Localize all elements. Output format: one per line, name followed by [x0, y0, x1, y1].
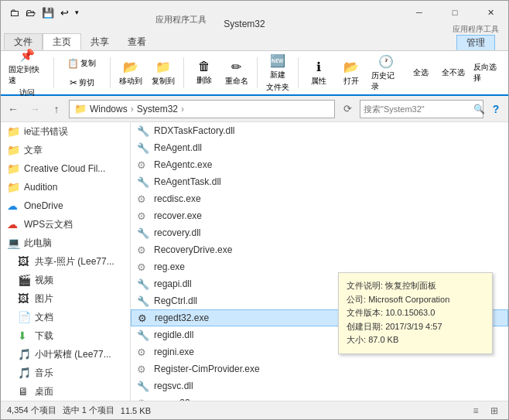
filename-13: regini.exe [154, 347, 194, 357]
tooltip-label-0: 文件说明: [347, 281, 383, 290]
dll-icon-1: 🔧 [137, 142, 149, 154]
crumb-sep-2: › [181, 104, 184, 114]
new-folder-icon-tb[interactable]: 🗁 [23, 5, 38, 20]
help-button[interactable]: ? [487, 100, 505, 118]
ribbon-sep-2 [110, 57, 111, 88]
tab-share[interactable]: 共享 [81, 33, 118, 50]
file-recdisc[interactable]: ⚙ recdisc.exe [131, 190, 508, 207]
sidebar: 📁 ie证书错误 📁 文章 📁 Creative Cloud Fil... 📁 … [1, 122, 131, 401]
file-regsvc[interactable]: 🔧 regsvc.dll [131, 377, 508, 394]
up-button[interactable]: ↑ [47, 100, 66, 118]
tab-manage[interactable]: 管理 [456, 35, 495, 50]
ribbon-invert-btn[interactable]: 反向选择 [470, 54, 504, 91]
filename-3: ReAgentTask.dll [154, 176, 221, 187]
sidebar-item-cc[interactable]: 📁 Creative Cloud Fil... [1, 159, 130, 178]
sidebar-item-pictures[interactable]: 🖼 图片 [1, 289, 130, 308]
crumb-windows[interactable]: Windows [90, 104, 128, 114]
ribbon-select-none-btn[interactable]: 全不选 [438, 54, 469, 91]
app-tools-header: 应用程序工具 [446, 24, 505, 35]
file-recovery[interactable]: 🔧 recovery.dll [131, 224, 508, 241]
ribbon-copy-to-btn[interactable]: 📁 复制到 [148, 54, 179, 91]
file-ReAgentTask[interactable]: 🔧 ReAgentTask.dll [131, 173, 508, 190]
folder-icon-audition: 📁 [7, 181, 21, 193]
dll-icon-6: 🔧 [137, 227, 149, 239]
file-RecoveryDrive[interactable]: ⚙ RecoveryDrive.exe [131, 241, 508, 258]
search-input[interactable] [364, 104, 470, 114]
sidebar-item-music[interactable]: 🎵 音乐 [1, 364, 130, 382]
refresh-button[interactable]: ⟳ [338, 100, 357, 118]
size-info: 11.5 KB [121, 406, 151, 415]
copy-btn[interactable]: 📋 复制 [59, 54, 105, 73]
sidebar-label-ie: ie证书错误 [24, 125, 68, 138]
back-button[interactable]: ← [4, 100, 22, 118]
save-icon-tb[interactable]: 💾 [39, 5, 56, 20]
file-recover[interactable]: ⚙ recover.exe [131, 207, 508, 224]
undo-icon-tb[interactable]: ↩ [58, 5, 71, 20]
sidebar-item-ie[interactable]: 📁 ie证书错误 [1, 122, 130, 141]
window-title: System32 [87, 19, 401, 29]
tooltip-label-3: 创建日期: [347, 322, 383, 331]
ribbon-delete-btn[interactable]: 🗑 删除 [189, 54, 220, 91]
sidebar-item-downloads[interactable]: ⬇ 下载 [1, 326, 130, 345]
filename-15: regsvc.dll [154, 381, 193, 391]
sidebar-item-thispc[interactable]: 💻 此电脑 [1, 234, 130, 252]
sidebar-item-music2[interactable]: 🎵 小叶紫檀 (Lee77... [1, 345, 130, 364]
sidebar-item-audition[interactable]: 📁 Audition [1, 178, 130, 196]
ribbon-sep-1 [53, 57, 54, 88]
sidebar-item-video[interactable]: 🎬 视频 [1, 271, 130, 289]
maximize-button[interactable]: □ [437, 0, 473, 25]
clipboard-group: 📋 复制 ✂ 剪切 [59, 54, 105, 92]
sidebar-item-desktop[interactable]: 🖥 桌面 [1, 382, 130, 401]
ribbon-rename-btn[interactable]: ✏ 重命名 [221, 54, 252, 91]
sidebar-item-wps[interactable]: ☁ WPS云文档 [1, 215, 130, 234]
close-button[interactable]: ✕ [473, 0, 508, 25]
filename-1: ReAgent.dll [154, 142, 202, 153]
sidebar-label-thispc: 此电脑 [24, 237, 52, 250]
sidebar-label-onedrive: OneDrive [24, 200, 63, 211]
file-regsvr32[interactable]: ⚙ regsvr32.exe [131, 394, 508, 401]
dropdown-arrow[interactable]: ▾ [73, 7, 81, 18]
list-view-btn[interactable]: ≡ [468, 403, 483, 418]
view-controls: ≡ ⊞ [468, 403, 502, 418]
sidebar-item-photos[interactable]: 🖼 共享-照片 (Lee77... [1, 252, 130, 271]
ribbon-sep-5 [298, 57, 299, 88]
ribbon-new-folder-btn[interactable]: 🆕 新建 文件夹 [262, 54, 293, 91]
forward-button[interactable]: → [26, 100, 44, 118]
filename-8: reg.exe [154, 261, 185, 272]
breadcrumb: Windows › System32 › [90, 104, 186, 114]
sidebar-item-docs[interactable]: 📄 文档 [1, 308, 130, 326]
exe-icon-4: ⚙ [137, 193, 149, 205]
cut-btn[interactable]: ✂ 剪切 [59, 73, 105, 92]
photos-icon: 🖼 [18, 255, 32, 268]
file-ReAgent[interactable]: 🔧 ReAgent.dll [131, 139, 508, 156]
sidebar-label-docs: 文档 [35, 311, 53, 324]
address-box[interactable]: 📁 Windows › System32 › [69, 100, 335, 118]
file-RDXTaskFactory[interactable]: 🔧 RDXTaskFactory.dll [131, 122, 508, 139]
crumb-system32[interactable]: System32 [137, 104, 178, 114]
file-ReAgentc[interactable]: ⚙ ReAgentc.exe [131, 156, 508, 173]
minimize-button[interactable]: ─ [401, 0, 437, 25]
sidebar-item-articles[interactable]: 📁 文章 [1, 141, 130, 159]
exe-icon-14: ⚙ [137, 364, 149, 375]
delete-icon: 🗑 [198, 60, 210, 73]
new-folder-icon: 🆕 [270, 53, 285, 68]
ribbon-select-all-btn[interactable]: 全选 [405, 54, 436, 91]
grid-view-btn[interactable]: ⊞ [487, 403, 502, 418]
folder-icon-tb[interactable]: 🗀 [7, 5, 22, 20]
exe-icon-16: ⚙ [137, 398, 149, 401]
ribbon-open-btn[interactable]: 📂 打开 [336, 54, 367, 91]
window-controls: ─ □ ✕ [401, 0, 508, 25]
ribbon-history-btn[interactable]: 🕐 历史记录 [368, 54, 404, 91]
tooltip-label-1: 公司: [347, 295, 366, 304]
folder-icon-cc: 📁 [7, 162, 21, 175]
ribbon-prop-btn[interactable]: ℹ 属性 [303, 54, 334, 91]
ribbon-pin-btn[interactable]: 📌 固定到快速 访问 [5, 54, 49, 91]
tab-view[interactable]: 查看 [118, 33, 155, 50]
rename-icon: ✏ [231, 60, 241, 74]
search-box[interactable]: 🔍 [360, 100, 483, 118]
tooltip-row-0: 文件说明: 恢复控制面板 [347, 279, 484, 293]
file-RegisterCim[interactable]: ⚙ Register-CimProvider.exe [131, 360, 508, 377]
ribbon-move-btn[interactable]: 📂 移动到 [115, 54, 146, 91]
sidebar-item-onedrive[interactable]: ☁ OneDrive [1, 196, 130, 215]
tab-home[interactable]: 主页 [43, 33, 81, 50]
